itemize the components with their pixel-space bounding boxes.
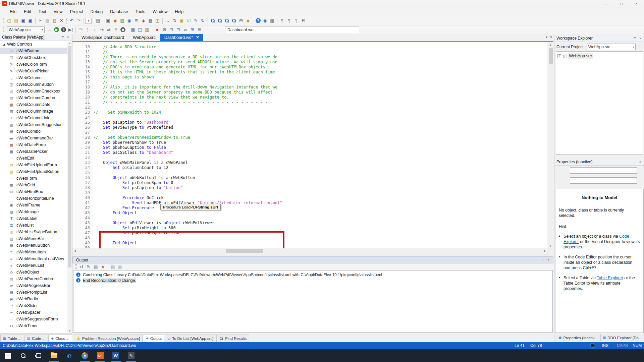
- close-icon[interactable]: ×: [65, 35, 71, 40]
- new-file-icon[interactable]: ▢: [6, 17, 13, 24]
- start-button[interactable]: [0, 349, 15, 362]
- scroll-up-icon[interactable]: ▲: [548, 42, 553, 47]
- warning-tool-icon[interactable]: ▣: [178, 17, 185, 24]
- refresh-tool-icon[interactable]: ↻: [199, 17, 206, 24]
- menu-window[interactable]: Window: [149, 8, 171, 15]
- monitor-client-icon[interactable]: ⊡: [168, 26, 175, 33]
- tree-node-webapp[interactable]: + ◫ WebApp.src: [557, 53, 641, 59]
- breakpoints-icon[interactable]: ⋮: [84, 26, 91, 33]
- file-locator-input[interactable]: Dashboard.wo: [225, 26, 359, 33]
- code-editor[interactable]: 1011121314151617181920212223242526272829…: [72, 42, 547, 248]
- dock-tab-propertiesinactiv[interactable]: ▦Properties (Inactiv...: [556, 334, 600, 341]
- table-explorer-link[interactable]: Table Explorer: [597, 276, 623, 280]
- copy-line-icon[interactable]: ▤: [92, 263, 99, 270]
- menu-debug[interactable]: Debug: [87, 8, 106, 15]
- copy-all-icon[interactable]: ▤: [109, 263, 116, 270]
- table-open-icon[interactable]: ▥: [144, 26, 151, 33]
- sync-icon[interactable]: ⇅: [171, 17, 178, 24]
- workspace-explorer-tree[interactable]: + ◫ WebApp.src: [556, 51, 643, 155]
- bottom-tab-findresults[interactable]: Find Results: [216, 335, 249, 342]
- paste-icon[interactable]: ▥: [51, 17, 58, 24]
- palette-item-cwebcolumn[interactable]: ▯cWebColumn: [0, 74, 68, 81]
- pin-icon[interactable]: ⊤: [60, 35, 65, 40]
- palette-item-cwebfileuploadbutton[interactable]: ▥cWebFileUploadButton: [0, 168, 68, 175]
- palette-item-cweblist[interactable]: ≣cWebList: [0, 222, 68, 229]
- palette-tab-table[interactable]: ▦Table ...: [0, 335, 24, 342]
- palette-item-cwebparentcombo[interactable]: ▤cWebParentCombo: [0, 276, 68, 282]
- run-to-cursor-icon[interactable]: ▶|: [67, 26, 74, 33]
- menu-edit[interactable]: Edit: [20, 8, 35, 15]
- output-line[interactable]: iEnd Reconciliation: 0 change.: [73, 278, 552, 283]
- palette-item-cwebcombo[interactable]: ▤cWebCombo: [0, 128, 68, 135]
- menu-help[interactable]: Help: [171, 8, 187, 15]
- palette-item-cwebimage[interactable]: ▨cWebImage: [0, 208, 68, 215]
- scrollbar-thumb[interactable]: [68, 46, 71, 267]
- palette-item-cwebprogressbar[interactable]: ▱cWebProgressBar: [0, 282, 68, 289]
- minimize-button[interactable]: —: [599, 0, 614, 7]
- scroll-down-icon[interactable]: ▼: [548, 244, 553, 248]
- run-icon[interactable]: ▶: [53, 26, 60, 33]
- palette-item-cwebmenuitemloadview[interactable]: ≡cWebMenuItemLoadView: [0, 255, 68, 262]
- palette-item-cwebradio[interactable]: ◉cWebRadio: [0, 296, 68, 302]
- palette-item-cwebobject[interactable]: ◇cWebObject: [0, 269, 68, 276]
- save-all-icon[interactable]: ▣: [27, 17, 34, 24]
- copy-selection-icon[interactable]: ▥: [116, 263, 123, 270]
- bottom-tab-todolistwebappsrc[interactable]: ☑To Do List [WebApp.src]: [165, 335, 216, 342]
- pen-app-icon[interactable]: ✎: [123, 349, 139, 362]
- previous-message-icon[interactable]: ↺: [78, 263, 85, 270]
- table-tool-icon[interactable]: ▦: [147, 17, 154, 24]
- stop-icon[interactable]: ■: [119, 26, 126, 33]
- palette-item-cwebcolorpicker[interactable]: ✎cWebColorPicker: [0, 68, 68, 74]
- output-content[interactable]: iCombining Class Library C:\Data\DataFle…: [73, 270, 553, 333]
- find-next-icon[interactable]: [216, 17, 223, 24]
- next-message-icon[interactable]: ↻: [85, 263, 92, 270]
- restart-icon[interactable]: ↷: [77, 26, 84, 33]
- scrollbar-thumb[interactable]: [226, 249, 263, 253]
- editor-tab-workspacedashboard[interactable]: Workspace Dashboard: [77, 34, 128, 41]
- list-tool-icon[interactable]: ≣: [133, 17, 140, 24]
- palette-item-cwebspacer[interactable]: ⇿cWebSpacer: [0, 309, 68, 316]
- project-selector-combo[interactable]: WebApp.src ▾: [7, 26, 45, 33]
- check-tool-icon[interactable]: ☑: [185, 17, 192, 24]
- palette-group-web-controls[interactable]: ◢Web Controls: [0, 41, 68, 48]
- step-arrows-icon[interactable]: ↕: [91, 26, 98, 33]
- palette-item-cwebpromptlist[interactable]: ▤cWebPromptList: [0, 289, 68, 296]
- delete-icon[interactable]: ✕: [58, 17, 65, 24]
- close-icon[interactable]: ×: [638, 36, 643, 41]
- close-icon[interactable]: ×: [638, 159, 643, 165]
- palette-item-cwebfileuploadform[interactable]: ▤cWebFileUploadForm: [0, 162, 68, 168]
- window-cascade-icon[interactable]: ▣: [105, 17, 112, 24]
- table-delete-icon[interactable]: ⊠: [161, 26, 168, 33]
- palette-item-cwebsuggestionform[interactable]: ▭cWebSuggestionForm: [0, 316, 68, 322]
- web-help-icon[interactable]: ◉: [262, 17, 269, 24]
- table-explorer-icon[interactable]: ▦: [129, 26, 137, 33]
- task-view-icon[interactable]: [31, 349, 46, 362]
- editor-horizontal-scrollbar[interactable]: ◀ ▶: [72, 248, 547, 253]
- table-viewer-icon[interactable]: ▦: [269, 17, 276, 24]
- close-document-icon[interactable]: ×: [550, 35, 552, 39]
- palette-item-cwebcommandbar[interactable]: ▬cWebCommandBar: [0, 135, 68, 141]
- list-switch-icon[interactable]: ≣: [196, 26, 203, 33]
- menu-view[interactable]: View: [50, 8, 66, 15]
- table-columns-icon[interactable]: ◫: [137, 26, 144, 33]
- pin-icon[interactable]: ⊤: [632, 159, 638, 165]
- palette-item-cwebdateform[interactable]: ▦cWebDateForm: [0, 141, 68, 148]
- class-selector-combo[interactable]: [570, 177, 637, 184]
- close-button[interactable]: ×: [629, 0, 644, 7]
- record-macro-icon[interactable]: ●: [85, 18, 92, 24]
- palette-item-cwebcolumnimage[interactable]: ▧cWebColumnImage: [0, 108, 68, 115]
- image-tool-icon[interactable]: ▨: [119, 17, 126, 24]
- palette-item-cwebform[interactable]: ▭cWebForm: [0, 175, 68, 182]
- palette-item-cwebgrid[interactable]: ▦cWebGrid: [0, 182, 68, 188]
- editor-vertical-scrollbar[interactable]: ▲ ▼: [548, 42, 553, 248]
- paragraph-marks-icon[interactable]: ¶: [293, 17, 300, 24]
- print-icon[interactable]: ▤: [95, 17, 102, 24]
- file-explorer-icon[interactable]: [46, 349, 62, 362]
- palette-item-cwebmenulist[interactable]: ≡cWebMenuList: [0, 262, 68, 269]
- trace-icon[interactable]: S: [112, 26, 119, 33]
- bottom-tab-problemresolutionwebappsrc[interactable]: Problem Resolution [WebApp.src]: [74, 335, 143, 342]
- deploy-icon[interactable]: ⇩: [46, 26, 53, 33]
- indent-paragraph-icon[interactable]: ¶: [279, 17, 286, 24]
- palette-item-cwebcheckbox[interactable]: ☑cWebCheckbox: [0, 54, 68, 61]
- save-icon[interactable]: ▣: [20, 17, 27, 24]
